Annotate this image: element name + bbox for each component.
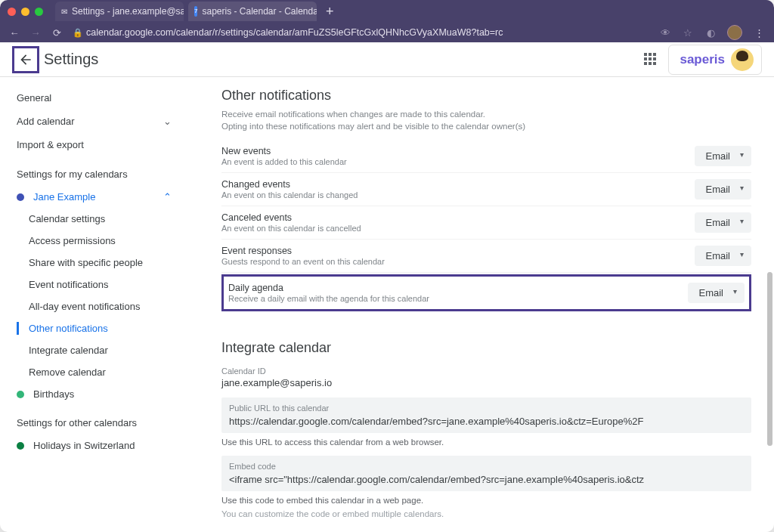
sidebar-share[interactable]: Share with specific people	[0, 252, 185, 274]
back-button[interactable]	[12, 46, 39, 73]
eye-icon[interactable]: 👁	[659, 26, 671, 39]
sidebar-integrate-calendar[interactable]: Integrate calendar	[0, 339, 185, 361]
calendar-color-dot	[17, 193, 24, 201]
extension-icon[interactable]: ◐	[704, 26, 717, 39]
sidebar-item-label: Birthdays	[33, 388, 74, 400]
star-icon[interactable]: ☆	[682, 26, 694, 39]
notification-select[interactable]: Email	[695, 212, 751, 233]
sidebar-calendar-jane[interactable]: Jane Example ⌃	[0, 186, 185, 208]
notification-title: Changed events	[221, 179, 358, 190]
sidebar-item-label: Holidays in Switzerland	[33, 440, 135, 451]
notification-select[interactable]: Email	[695, 179, 751, 200]
notification-title: Daily agenda	[228, 283, 429, 293]
gmail-icon: ✉	[61, 6, 67, 17]
sidebar: General Add calendar ⌄ Import & export S…	[0, 77, 185, 532]
profile-avatar[interactable]	[727, 25, 742, 40]
customize-button[interactable]: Customize	[221, 524, 289, 532]
maximize-window-icon[interactable]	[35, 8, 43, 16]
embed-hint: Use this code to embed this calendar in …	[221, 496, 751, 505]
reload-icon[interactable]: ⟳	[51, 27, 62, 39]
sidebar-calendar-holidays[interactable]: Holidays in Switzerland	[0, 435, 185, 456]
section-title-notifications: Other notifications	[221, 88, 751, 104]
notification-row-canceled-events: Canceled events An event on this calenda…	[221, 206, 751, 240]
notification-desc: Guests respond to an event on this calen…	[221, 257, 385, 266]
notification-row-changed-events: Changed events An event on this calendar…	[221, 173, 751, 206]
notification-row-daily-agenda: Daily agenda Receive a daily email with …	[228, 280, 745, 306]
embed-code-box[interactable]: Embed code <iframe src="https://calendar…	[221, 456, 751, 491]
sidebar-heading-other-calendars: Settings for other calendars	[0, 405, 185, 435]
public-url-label: Public URL to this calendar	[229, 404, 744, 413]
notification-desc: Receive a daily email with the agenda fo…	[228, 294, 429, 303]
sidebar-heading-my-calendars: Settings for my calendars	[0, 156, 185, 186]
forward-icon[interactable]: →	[30, 27, 41, 39]
notification-title: Canceled events	[221, 212, 361, 223]
embed-code-value: <iframe src="https://calendar.google.com…	[229, 474, 744, 485]
calendar-color-dot	[17, 442, 24, 450]
notification-row-event-responses: Event responses Guests respond to an eve…	[221, 240, 751, 273]
calendar-id-value: jane.example@saperis.io	[221, 377, 751, 388]
chevron-up-icon: ⌃	[163, 191, 172, 203]
address-bar[interactable]: 🔒calendar.google.com/calendar/r/settings…	[73, 27, 649, 38]
public-url-hint: Use this URL to access this calendar fro…	[221, 438, 751, 447]
main-content: Other notifications Receive email notifi…	[185, 77, 774, 532]
calendar-id-label: Calendar ID	[221, 367, 751, 376]
url-text: calendar.google.com/calendar/r/settings/…	[86, 27, 503, 38]
calendar-color-dot	[17, 391, 24, 398]
menu-icon[interactable]: ⋮	[753, 26, 765, 39]
sidebar-remove-calendar[interactable]: Remove calendar	[0, 361, 185, 383]
sidebar-add-calendar[interactable]: Add calendar ⌄	[0, 110, 185, 133]
section-title-integrate: Integrate calendar	[221, 340, 751, 356]
section-subtitle: Receive email notifications when changes…	[221, 108, 751, 132]
google-apps-icon[interactable]	[644, 53, 658, 66]
browser-titlebar: ✉ Settings - jane.example@sape × 7 saper…	[0, 0, 774, 42]
account-chip[interactable]: saperis	[668, 45, 762, 75]
sidebar-other-notifications[interactable]: Other notifications	[0, 317, 185, 339]
app-header: Settings saperis	[0, 42, 774, 77]
chevron-down-icon: ⌄	[163, 116, 172, 127]
public-url-box[interactable]: Public URL to this calendar https://cale…	[221, 397, 751, 433]
scrollbar[interactable]	[767, 272, 772, 446]
browser-tab-calendar[interactable]: 7 saperis - Calendar - Calendar ×	[188, 2, 317, 21]
sidebar-general[interactable]: General	[0, 86, 185, 110]
embed-code-label: Embed code	[229, 462, 744, 471]
calendar-icon: 7	[194, 6, 197, 17]
notification-select[interactable]: Email	[695, 246, 751, 266]
tab-label: saperis - Calendar - Calendar	[202, 6, 317, 17]
notification-title: New events	[221, 146, 347, 156]
notification-select[interactable]: Email	[688, 283, 745, 303]
tab-label: Settings - jane.example@sape	[72, 6, 184, 17]
sidebar-access-permissions[interactable]: Access permissions	[0, 230, 185, 252]
sidebar-event-notifications[interactable]: Event notifications	[0, 274, 185, 295]
sidebar-item-label: Add calendar	[17, 116, 75, 127]
lock-icon: 🔒	[73, 28, 83, 37]
sidebar-item-label: Jane Example	[33, 191, 154, 203]
notification-row-new-events: New events An event is added to this cal…	[221, 140, 751, 173]
notification-select[interactable]: Email	[695, 146, 751, 166]
notification-desc: An event on this calendar is changed	[221, 190, 358, 200]
minimize-window-icon[interactable]	[21, 8, 29, 16]
public-url-value: https://calendar.google.com/calendar/emb…	[229, 416, 744, 427]
page-title: Settings	[44, 51, 98, 68]
sidebar-calendar-birthdays[interactable]: Birthdays	[0, 383, 185, 405]
browser-tab-settings[interactable]: ✉ Settings - jane.example@sape ×	[55, 2, 184, 21]
notification-title: Event responses	[221, 246, 385, 256]
close-window-icon[interactable]	[8, 8, 16, 16]
notification-desc: An event on this calendar is cancelled	[221, 224, 361, 233]
sidebar-import-export[interactable]: Import & export	[0, 133, 185, 156]
embed-hint-2: You can customize the code or embed mult…	[221, 509, 751, 518]
notification-desc: An event is added to this calendar	[221, 157, 347, 166]
arrow-left-icon	[18, 52, 33, 67]
back-icon[interactable]: ←	[9, 27, 20, 39]
account-avatar	[731, 48, 754, 71]
window-controls[interactable]	[8, 8, 43, 16]
highlighted-daily-agenda: Daily agenda Receive a daily email with …	[221, 274, 751, 311]
new-tab-button[interactable]: +	[321, 4, 339, 20]
sidebar-allday-notifications[interactable]: All-day event notifications	[0, 295, 185, 317]
brand-name: saperis	[680, 52, 725, 67]
sidebar-calendar-settings[interactable]: Calendar settings	[0, 208, 185, 230]
